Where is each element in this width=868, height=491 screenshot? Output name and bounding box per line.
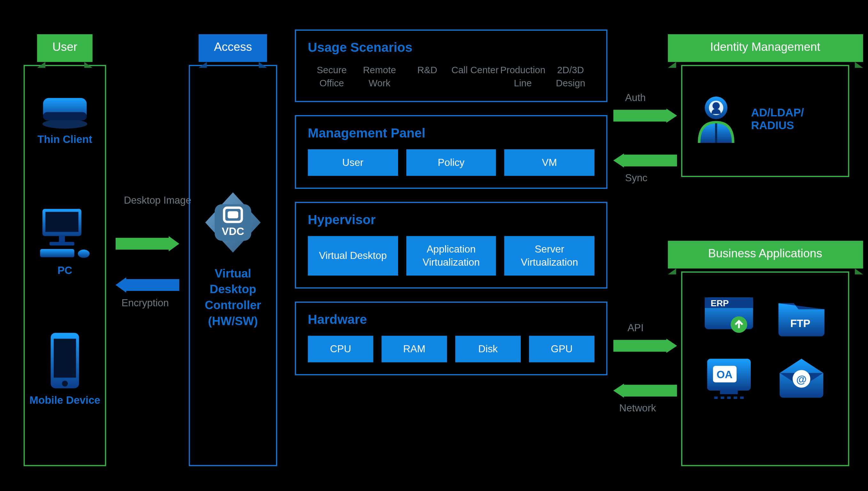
management-panel-title: Management Panel	[308, 126, 594, 141]
svg-point-19	[712, 102, 720, 110]
hardware-title: Hardware	[308, 312, 594, 327]
usage-scenarios-panel: Usage Scenarios Secure Office Remote Wor…	[295, 29, 607, 102]
hyp-chip-srv: Server Virtualization	[504, 236, 594, 276]
sync-arrow	[613, 153, 677, 168]
svg-rect-28	[720, 391, 738, 394]
business-applications-column: Business Applications ERP FTP	[681, 271, 849, 466]
network-arrow	[613, 384, 677, 398]
thin-client-icon	[38, 94, 91, 130]
svg-point-9	[78, 250, 90, 258]
access-column: Access VDC Virtual Desktop Controller (H…	[189, 65, 277, 466]
svg-text:OA: OA	[716, 369, 732, 380]
usage-item: Remote Work	[355, 64, 403, 89]
svg-text:FTP: FTP	[790, 317, 810, 329]
svg-rect-3	[61, 120, 69, 123]
vdc-label: Virtual Desktop Controller (HW/SW)	[200, 266, 266, 329]
usage-scenarios-title: Usage Scenarios	[308, 40, 594, 56]
usage-item: R&D	[403, 64, 452, 89]
user-header: User	[37, 34, 93, 62]
api-arrow	[613, 339, 677, 353]
encryption-arrow	[116, 278, 179, 293]
hw-chip-disk: Disk	[455, 336, 521, 363]
svg-point-12	[62, 381, 68, 386]
erp-icon: ERP	[702, 293, 755, 340]
auth-label: Auth	[625, 92, 646, 104]
mgmt-chip-policy: Policy	[406, 149, 496, 176]
svg-rect-16	[228, 211, 238, 218]
thin-client-label: Thin Client	[25, 133, 105, 146]
mgmt-chip-user: User	[308, 149, 398, 176]
usage-item: Secure Office	[308, 64, 356, 89]
hyp-chip-vd: Virtual Desktop	[308, 236, 398, 276]
identity-management-header: Identity Management	[668, 34, 863, 62]
user-column: User Thin Client	[24, 65, 106, 466]
mobile-label: Mobile Device	[25, 394, 105, 407]
mobile-item: Mobile Device	[25, 331, 105, 406]
ftp-icon: FTP	[775, 293, 828, 340]
access-header: Access	[199, 34, 268, 62]
hw-chip-ram: RAM	[381, 336, 447, 363]
thin-client-item: Thin Client	[25, 94, 105, 146]
encryption-label: Encryption	[121, 297, 169, 309]
business-applications-header: Business Applications	[668, 241, 863, 268]
pc-label: PC	[25, 264, 105, 277]
desktop-image-arrow	[116, 236, 179, 251]
api-label: API	[627, 322, 644, 334]
svg-rect-7	[50, 242, 74, 246]
desktop-image-label: Desktop Image	[124, 195, 191, 206]
hw-chip-cpu: CPU	[308, 336, 373, 363]
vdc-icon: VDC	[200, 190, 266, 255]
oa-icon: OA	[702, 355, 755, 402]
idm-label: AD/LDAP/ RADIUS	[751, 106, 837, 132]
hypervisor-title: Hypervisor	[308, 212, 594, 228]
mail-icon: @	[775, 355, 828, 402]
hypervisor-panel: Hypervisor Virtual Desktop Application V…	[295, 202, 607, 288]
pc-icon	[36, 208, 93, 261]
usage-scenarios-row: Secure Office Remote Work R&D Call Cente…	[308, 64, 594, 89]
user-identity-icon	[693, 90, 739, 149]
usage-item: Production Line	[499, 64, 547, 89]
mobile-icon	[47, 331, 83, 391]
auth-arrow	[613, 109, 677, 123]
vdc-block: VDC Virtual Desktop Controller (HW/SW)	[200, 190, 266, 329]
identity-management-column: Identity Management AD/LDAP/ RADIUS	[681, 65, 849, 177]
hw-chip-gpu: GPU	[529, 336, 594, 363]
network-label: Network	[619, 402, 656, 414]
management-panel: Management Panel User Policy VM	[295, 115, 607, 189]
center-stack: Usage Scenarios Secure Office Remote Wor…	[295, 29, 607, 388]
sync-label: Sync	[625, 172, 648, 184]
svg-text:ERP: ERP	[711, 298, 729, 308]
pc-item: PC	[25, 208, 105, 277]
vdc-icon-text: VDC	[222, 225, 244, 237]
svg-rect-8	[40, 249, 74, 257]
usage-item: 2D/3D Design	[547, 64, 594, 89]
mgmt-chip-vm: VM	[504, 149, 594, 176]
svg-rect-11	[54, 339, 76, 378]
hardware-panel: Hardware CPU RAM Disk GPU	[295, 301, 607, 375]
svg-rect-5	[45, 212, 78, 232]
svg-rect-6	[59, 236, 65, 242]
hyp-chip-app: Application Virtualization	[406, 236, 496, 276]
svg-rect-2	[43, 112, 87, 120]
usage-item: Call Center	[451, 64, 499, 89]
svg-text:@: @	[797, 373, 807, 385]
